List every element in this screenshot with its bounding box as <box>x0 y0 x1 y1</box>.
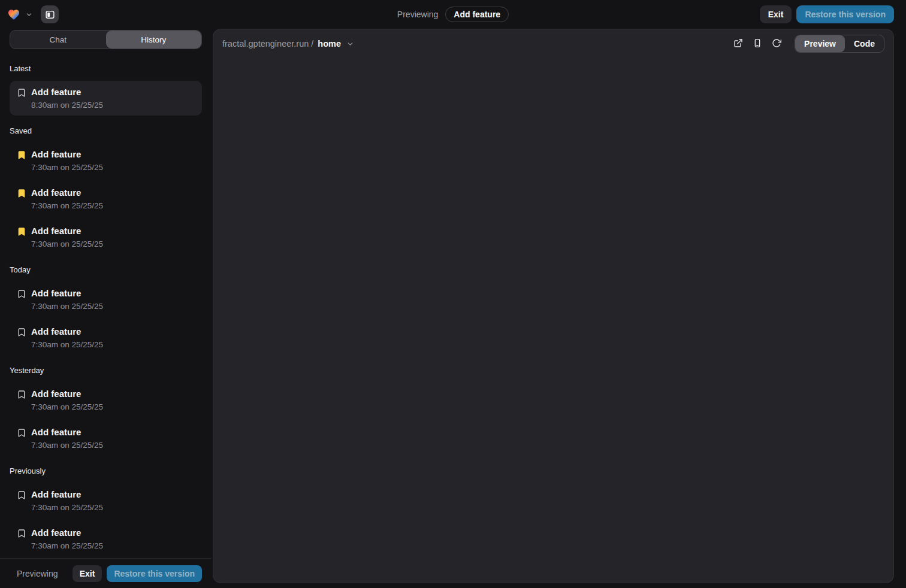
sidebar-footer: Previewing Exit Restore this version <box>0 558 212 588</box>
history-item[interactable]: Add feature 8:30am on 25/25/25 <box>10 81 202 116</box>
url-breadcrumb[interactable]: fractal.gptengineer.run / home <box>222 39 354 49</box>
history-section-title: Today <box>10 265 202 275</box>
footer-exit-button[interactable]: Exit <box>73 565 102 582</box>
url-chevron-down-icon <box>346 40 354 48</box>
history-section-title: Yesterday <box>10 366 202 375</box>
bookmark-icon <box>17 289 26 299</box>
history-item-title: Add feature <box>31 187 103 199</box>
sidebar-tabs: Chat History <box>10 30 202 49</box>
history-item-title: Add feature <box>31 326 103 338</box>
exit-button[interactable]: Exit <box>760 5 792 23</box>
history-item-title: Add feature <box>31 489 103 501</box>
history-section: Saved Add feature 7:30am on 25/25/25 Add… <box>10 126 202 254</box>
history-section-items: Add feature 7:30am on 25/25/25 Add featu… <box>10 282 202 355</box>
history-item-title: Add feature <box>31 86 103 98</box>
tab-chat[interactable]: Chat <box>10 31 106 49</box>
history-item-title: Add feature <box>31 287 103 299</box>
history-item-timestamp: 8:30am on 25/25/25 <box>31 100 103 110</box>
bookmark-icon <box>17 189 26 198</box>
history-item-title: Add feature <box>31 426 103 438</box>
refresh-icon <box>772 38 781 50</box>
view-toggle: Preview Code <box>795 35 884 53</box>
history-item-timestamp: 7:30am on 25/25/25 <box>31 201 103 211</box>
history-item-title: Add feature <box>31 527 103 539</box>
history-item[interactable]: Add feature 7:30am on 25/25/25 <box>10 483 202 518</box>
history-item[interactable]: Add feature 7:30am on 25/25/25 <box>10 282 202 317</box>
history-item[interactable]: Add feature 7:30am on 25/25/25 <box>10 383 202 417</box>
topbar: Previewing Add feature Exit Restore this… <box>0 0 906 29</box>
history-section-title: Previously <box>10 466 202 476</box>
history-item-timestamp: 7:30am on 25/25/25 <box>31 162 103 172</box>
toggle-preview-button[interactable]: Preview <box>795 35 845 52</box>
previewing-label: Previewing <box>397 10 438 19</box>
refresh-button[interactable] <box>768 35 785 52</box>
preview-viewport <box>213 58 893 583</box>
history-sidebar: Chat History Latest Add feature 8:30am o… <box>0 29 212 588</box>
history-item[interactable]: Add feature 7:30am on 25/25/25 <box>10 143 202 178</box>
bookmark-icon <box>17 227 26 237</box>
history-section-title: Latest <box>10 64 202 74</box>
history-item[interactable]: Add feature 7:30am on 25/25/25 <box>10 220 202 254</box>
history-item-timestamp: 7:30am on 25/25/25 <box>31 301 103 311</box>
bookmark-icon <box>17 150 26 160</box>
sidebar-toggle-button[interactable] <box>41 5 59 23</box>
history-section: Latest Add feature 8:30am on 25/25/25 <box>10 64 202 116</box>
footer-restore-version-button[interactable]: Restore this version <box>107 565 202 582</box>
history-item-timestamp: 7:30am on 25/25/25 <box>31 239 103 249</box>
external-link-icon <box>733 38 743 50</box>
bookmark-icon <box>17 88 26 98</box>
version-badge: Add feature <box>445 7 509 22</box>
restore-version-button[interactable]: Restore this version <box>796 5 894 23</box>
history-section-items: Add feature 7:30am on 25/25/25 Add featu… <box>10 143 202 254</box>
toggle-code-button[interactable]: Code <box>845 35 884 52</box>
history-section-items: Add feature 8:30am on 25/25/25 <box>10 81 202 116</box>
history-section-title: Saved <box>10 126 202 136</box>
preview-panel: fractal.gptengineer.run / home <box>213 29 894 583</box>
history-section-items: Add feature 7:30am on 25/25/25 Add featu… <box>10 383 202 456</box>
history-item-title: Add feature <box>31 148 103 160</box>
history-item-timestamp: 7:30am on 25/25/25 <box>31 502 103 513</box>
open-in-new-tab-button[interactable] <box>730 35 747 52</box>
history-item-timestamp: 7:30am on 25/25/25 <box>31 340 103 350</box>
tab-history[interactable]: History <box>106 31 202 49</box>
preview-panel-header: fractal.gptengineer.run / home <box>213 29 893 58</box>
bookmark-icon <box>17 490 26 500</box>
history-item[interactable]: Add feature 7:30am on 25/25/25 <box>10 421 202 456</box>
history-section-items: Add feature 7:30am on 25/25/25 Add featu… <box>10 483 202 556</box>
history-section: Today Add feature 7:30am on 25/25/25 Add… <box>10 265 202 355</box>
workspace-chevron-down-icon[interactable] <box>24 10 34 19</box>
history-item-title: Add feature <box>31 388 103 400</box>
history-item[interactable]: Add feature 7:30am on 25/25/25 <box>10 181 202 216</box>
history-item-timestamp: 7:30am on 25/25/25 <box>31 541 103 551</box>
history-section: Yesterday Add feature 7:30am on 25/25/25… <box>10 366 202 456</box>
history-item-timestamp: 7:30am on 25/25/25 <box>31 402 103 412</box>
bookmark-icon <box>17 529 26 538</box>
history-list[interactable]: Latest Add feature 8:30am on 25/25/25 Sa… <box>0 50 212 558</box>
history-item-timestamp: 7:30am on 25/25/25 <box>31 440 103 450</box>
history-item-title: Add feature <box>31 225 103 237</box>
smartphone-icon <box>753 38 762 50</box>
history-section: Previously Add feature 7:30am on 25/25/2… <box>10 466 202 556</box>
panel-left-icon <box>45 10 55 20</box>
mobile-view-button[interactable] <box>749 35 766 52</box>
footer-previewing-label: Previewing <box>17 569 58 578</box>
lovable-heart-logo <box>7 8 20 20</box>
bookmark-icon <box>17 390 26 399</box>
url-domain: fractal.gptengineer.run / <box>222 39 313 49</box>
bookmark-icon <box>17 328 26 337</box>
url-page: home <box>318 39 341 49</box>
history-item[interactable]: Add feature 7:30am on 25/25/25 <box>10 522 202 556</box>
history-item[interactable]: Add feature 7:30am on 25/25/25 <box>10 320 202 355</box>
bookmark-icon <box>17 428 26 438</box>
